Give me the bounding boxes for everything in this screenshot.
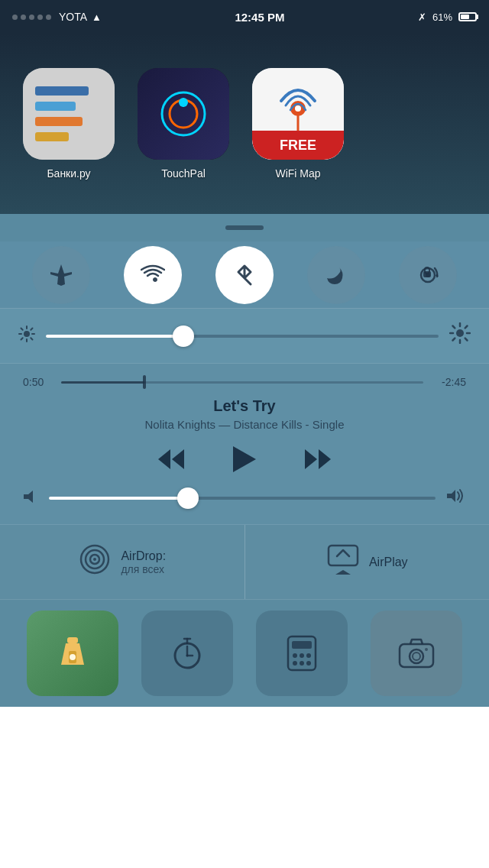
- volume-thumb[interactable]: [177, 487, 199, 509]
- media-progress-row: 0:50 -2:45: [23, 376, 466, 388]
- banki-bar-1: [35, 86, 89, 96]
- control-center-handle[interactable]: [0, 214, 489, 241]
- bluetooth-icon: ✗: [418, 11, 426, 23]
- banki-bar-4: [35, 132, 69, 141]
- volume-row: [23, 487, 466, 509]
- sun-large-icon: [449, 322, 471, 344]
- moon-icon: [324, 263, 348, 287]
- svg-point-59: [410, 649, 423, 663]
- status-time: 12:45 PM: [235, 11, 284, 24]
- play-icon: [232, 445, 257, 474]
- brightness-slider-fill: [46, 335, 183, 338]
- signal-dots: [12, 15, 51, 20]
- fast-forward-button[interactable]: [303, 448, 332, 471]
- sun-small-icon: [18, 326, 35, 342]
- airdrop-button[interactable]: AirDrop: для всех: [0, 525, 245, 599]
- dot4: [37, 15, 43, 20]
- flashlight-button[interactable]: [27, 611, 118, 696]
- touchpal-label: TouchPal: [161, 167, 206, 180]
- quick-actions-row: [0, 600, 489, 707]
- svg-rect-51: [292, 641, 312, 649]
- svg-line-16: [31, 338, 32, 339]
- media-player: 0:50 -2:45 Let's Try Nolita Knights — Di…: [0, 364, 489, 525]
- song-artist-album: Nolita Knights — Distance Kills - Single: [23, 418, 466, 431]
- progress-track[interactable]: [61, 381, 423, 384]
- svg-marker-30: [233, 446, 256, 472]
- rewind-button[interactable]: [157, 448, 186, 471]
- bluetooth-toggle[interactable]: [215, 246, 274, 304]
- airdrop-title: AirDrop:: [121, 549, 166, 563]
- calculator-button[interactable]: [256, 611, 348, 696]
- svg-marker-28: [158, 449, 170, 469]
- rewind-icon: [157, 448, 186, 471]
- svg-point-54: [306, 653, 311, 658]
- progress-fill: [61, 381, 144, 384]
- status-right: ✗ 61%: [418, 11, 477, 23]
- timer-button[interactable]: [141, 611, 233, 696]
- rotation-lock-toggle[interactable]: [399, 246, 457, 304]
- camera-icon: [398, 636, 435, 670]
- brightness-slider[interactable]: [46, 335, 439, 338]
- svg-marker-29: [172, 449, 184, 469]
- volume-high-icon: [446, 487, 466, 509]
- svg-rect-9: [423, 271, 431, 277]
- svg-line-27: [465, 326, 468, 329]
- airdrop-subtitle: для всех: [121, 563, 166, 575]
- banki-icon: [23, 68, 115, 160]
- wifimap-icon: FREE: [252, 68, 344, 160]
- carrier-label: YOTA: [59, 11, 87, 23]
- progress-thumb[interactable]: [143, 375, 146, 389]
- timer-icon: [170, 636, 205, 671]
- airplay-text: AirPlay: [369, 555, 408, 569]
- svg-point-5: [295, 105, 301, 112]
- status-bar: YOTA ▲ 12:45 PM ✗ 61%: [0, 0, 489, 34]
- dot1: [12, 15, 18, 20]
- play-button[interactable]: [232, 445, 257, 474]
- media-controls: [23, 445, 466, 474]
- volume-slider-fill: [49, 497, 188, 500]
- svg-point-57: [306, 661, 311, 666]
- song-title: Let's Try: [23, 397, 466, 415]
- airplane-mode-toggle[interactable]: [32, 246, 90, 304]
- svg-point-38: [93, 558, 96, 561]
- wifimap-label: WiFi Map: [275, 167, 320, 180]
- banki-bar-3: [35, 117, 83, 126]
- app-touchpal[interactable]: TouchPal: [138, 68, 229, 180]
- airplay-title: AirPlay: [369, 555, 408, 569]
- bluetooth-icon: [232, 263, 257, 287]
- svg-marker-33: [24, 491, 33, 503]
- app-icons-area: Банки.ру TouchPal: [0, 34, 489, 214]
- airplay-button[interactable]: AirPlay: [245, 525, 490, 599]
- app-wifimap[interactable]: FREE WiFi Map: [252, 68, 344, 180]
- svg-point-61: [425, 648, 428, 651]
- volume-slider[interactable]: [49, 497, 436, 500]
- rotation-lock-icon: [416, 263, 440, 287]
- app-banki[interactable]: Банки.ру: [23, 68, 115, 180]
- brightness-thumb[interactable]: [173, 326, 194, 347]
- airplane-icon: [49, 263, 73, 287]
- svg-rect-41: [67, 637, 78, 643]
- svg-point-56: [300, 661, 304, 666]
- do-not-disturb-toggle[interactable]: [307, 246, 365, 304]
- banki-label: Банки.ру: [47, 167, 90, 180]
- airplay-svg: [326, 544, 360, 575]
- svg-line-26: [453, 338, 455, 341]
- time-remaining: -2:45: [431, 376, 466, 388]
- calculator-icon: [285, 635, 319, 672]
- svg-line-17: [21, 338, 23, 339]
- wifi-toggle[interactable]: [124, 246, 182, 304]
- airplay-icon: [326, 544, 360, 581]
- wifi-status-icon: ▲: [92, 11, 102, 23]
- flashlight-icon: [55, 636, 90, 671]
- wifi-icon: [141, 263, 165, 287]
- svg-point-60: [413, 653, 420, 660]
- control-center: 0:50 -2:45 Let's Try Nolita Knights — Di…: [0, 214, 489, 707]
- svg-rect-39: [329, 546, 358, 565]
- svg-marker-34: [447, 490, 455, 502]
- touchpal-icon: [138, 68, 229, 160]
- wifimap-free-label: FREE: [280, 138, 316, 154]
- volume-low-icon: [23, 489, 38, 508]
- camera-button[interactable]: [371, 611, 462, 696]
- banki-bar-2: [35, 102, 76, 111]
- wifimap-free-band: FREE: [252, 131, 344, 160]
